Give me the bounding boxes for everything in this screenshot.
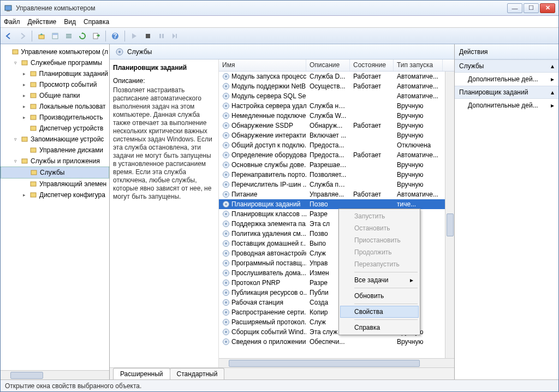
tool-list-button[interactable] [63, 30, 75, 42]
service-row[interactable]: Обнаружение SSDPОбнаруж...РаботаетВручну… [219, 121, 454, 130]
nav-fwd-button[interactable] [16, 30, 28, 42]
tree-hscrollbar[interactable] [1, 370, 109, 379]
svg-rect-14 [176, 34, 177, 38]
context-menu-item[interactable]: Обновить [340, 290, 419, 302]
svg-point-80 [225, 311, 227, 313]
svg-rect-6 [66, 35, 72, 37]
tool-help-button[interactable]: ? [109, 30, 121, 42]
tree-item[interactable]: ▸Планировщик заданий [1, 68, 109, 79]
nav-tree[interactable]: Управление компьютером (л▿Служебные прог… [1, 44, 109, 370]
context-menu[interactable]: ЗапуститьОстановитьПриостановитьПродолжи… [338, 209, 420, 335]
action-group-header[interactable]: Службы▴ [455, 60, 558, 73]
tree-item[interactable]: Управляющий элемен [1, 179, 109, 189]
gear-icon [222, 112, 230, 120]
svg-rect-20 [31, 104, 36, 109]
tool-props-button[interactable] [49, 30, 61, 42]
menu-action[interactable]: Действие [28, 18, 57, 26]
context-menu-item[interactable]: Свойства [340, 306, 419, 318]
svg-point-86 [225, 341, 227, 343]
col-name[interactable]: Имя [219, 60, 306, 71]
submenu-icon: ▸ [551, 75, 554, 83]
menu-help[interactable]: Справка [84, 18, 109, 26]
action-group-header[interactable]: Планировщик заданий▴ [455, 86, 558, 99]
context-menu-item: Перезапустить [340, 258, 419, 270]
svg-point-44 [225, 134, 227, 136]
service-row[interactable]: Немедленные подключе...Служба W...Вручну… [219, 111, 454, 121]
list-header: Имя Описание Состояние Тип запуска [219, 60, 454, 72]
minimize-button[interactable]: — [507, 3, 522, 13]
tree-item[interactable]: ▸Общие папки [1, 90, 109, 101]
tree-item[interactable]: ▸Диспетчер конфигура [1, 189, 109, 200]
service-row[interactable]: Определение оборудова...Предоста...Работ… [219, 150, 454, 160]
service-row[interactable]: Перечислитель IP-шин ...Служба пе...Вруч… [219, 180, 454, 189]
service-row[interactable]: Перенаправитель порто...Позволяет...Вруч… [219, 170, 454, 180]
stop-button[interactable] [142, 30, 154, 42]
gear-icon [222, 338, 230, 346]
svg-point-72 [225, 272, 227, 274]
service-row[interactable]: Модуль поддержки NetB...Осуществ...Работ… [219, 81, 454, 91]
tree-item[interactable]: ▸Просмотр событий [1, 79, 109, 90]
nav-back-button[interactable] [3, 30, 15, 42]
service-row[interactable]: Сведения о приложенииОбеспечи...Вручную [219, 337, 454, 347]
toolbar: ? [1, 28, 558, 44]
service-row[interactable]: Общий доступ к подклю...Предоста...Отклю… [219, 140, 454, 150]
svg-rect-27 [31, 182, 36, 186]
close-button[interactable]: ✕ [540, 3, 555, 13]
col-desc[interactable]: Описание [306, 60, 350, 71]
svg-rect-28 [31, 193, 36, 197]
service-row[interactable]: Основные службы дове...Разрешает...Вручн… [219, 160, 454, 170]
play-button[interactable] [128, 30, 140, 42]
pause-button[interactable] [156, 30, 168, 42]
gear-icon [222, 279, 230, 287]
window-title: Управление компьютером [16, 4, 506, 12]
list-hscrollbar[interactable] [219, 358, 454, 367]
list-vscrollbar[interactable] [445, 72, 454, 358]
tool-export-button[interactable] [90, 30, 102, 42]
action-item[interactable]: Дополнительные дей...▸ [455, 73, 558, 86]
gear-icon [222, 200, 230, 208]
tab-extended[interactable]: Расширенный [113, 368, 170, 379]
svg-point-74 [225, 282, 227, 284]
tab-standard[interactable]: Стандартный [170, 368, 225, 379]
svg-point-50 [225, 164, 227, 166]
menu-view[interactable]: Вид [64, 18, 76, 26]
tree-item[interactable]: ▸Локальные пользоват [1, 101, 109, 112]
svg-point-58 [225, 203, 227, 205]
service-row[interactable]: Настройка сервера удал...Служба на...Вру… [219, 101, 454, 111]
svg-rect-1 [7, 10, 10, 11]
svg-rect-17 [31, 72, 36, 76]
service-row[interactable]: Модуль запуска процесс...Служба D...Рабо… [219, 72, 454, 81]
svg-point-64 [225, 233, 227, 235]
col-state[interactable]: Состояние [350, 60, 394, 71]
tree-item[interactable]: Службы [1, 167, 109, 179]
tree-item[interactable]: ▿Службы и приложения [1, 156, 109, 167]
center-title: Службы [127, 48, 152, 56]
tree-item[interactable]: Управление компьютером (л [1, 46, 109, 57]
service-row[interactable]: Планировщик заданийПозвотиче... [219, 199, 454, 209]
tree-item[interactable]: ▸Производительность [1, 112, 109, 123]
menu-separator [354, 319, 418, 320]
gear-icon [222, 328, 230, 336]
action-item[interactable]: Дополнительные дей...▸ [455, 99, 558, 112]
tool-refresh-button[interactable] [76, 30, 88, 42]
tree-item[interactable]: ▿Запоминающие устройс [1, 134, 109, 145]
service-row[interactable]: ПитаниеУправляе...РаботаетАвтоматиче... [219, 189, 454, 199]
context-menu-item[interactable]: Все задачи▸ [340, 274, 419, 286]
service-row[interactable]: Обнаружение интеракти...Включает ...Вруч… [219, 130, 454, 140]
restart-button[interactable] [169, 30, 181, 42]
svg-rect-23 [22, 137, 27, 141]
gear-icon [222, 240, 230, 247]
tree-item[interactable]: Диспетчер устройств [1, 123, 109, 134]
menu-file[interactable]: Файл [4, 18, 20, 26]
service-row[interactable]: Модуль сервера SQL Ser...Автоматиче... [219, 91, 454, 101]
gear-icon [222, 92, 230, 100]
gear-icon [222, 122, 230, 129]
tree-item[interactable]: ▿Служебные программы [1, 57, 109, 68]
col-startup[interactable]: Тип запуска [394, 60, 443, 71]
tool-up-button[interactable] [35, 30, 47, 42]
context-menu-item[interactable]: Справка [340, 322, 419, 334]
tree-item[interactable]: Управление дисками [1, 145, 109, 156]
svg-rect-15 [13, 50, 18, 54]
maximize-button[interactable]: ☐ [524, 3, 539, 13]
svg-rect-13 [162, 34, 164, 38]
